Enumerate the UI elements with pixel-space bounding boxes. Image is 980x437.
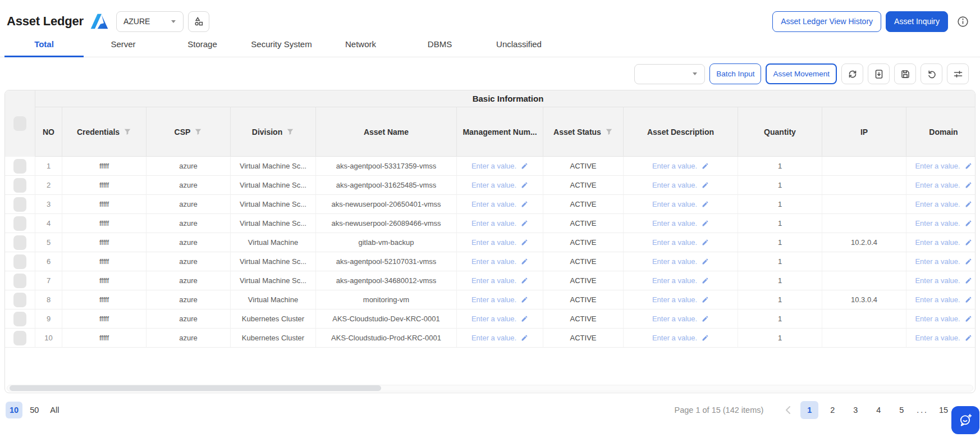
edit-pencil-icon[interactable] — [965, 220, 972, 227]
column-header-credentials[interactable]: Credentials — [62, 107, 146, 157]
edit-pencil-icon[interactable] — [702, 239, 709, 246]
edit-pencil-icon[interactable] — [965, 296, 972, 303]
filter-icon[interactable] — [123, 128, 131, 136]
row-checkbox[interactable] — [13, 293, 26, 307]
management_number-edit-link[interactable]: Enter a value. — [471, 181, 528, 189]
column-header-asset_status[interactable]: Asset Status — [543, 107, 624, 157]
row-checkbox[interactable] — [13, 235, 26, 250]
refresh-button[interactable] — [841, 63, 863, 84]
row-checkbox[interactable] — [13, 197, 26, 212]
toolbar-select[interactable] — [634, 64, 705, 84]
domain-edit-link[interactable]: Enter a value. — [915, 315, 972, 323]
column-header-division[interactable]: Division — [231, 107, 316, 157]
column-header-management_number[interactable]: Management Num... — [457, 107, 543, 157]
info-button[interactable] — [957, 16, 969, 28]
edit-pencil-icon[interactable] — [521, 296, 528, 303]
row-checkbox[interactable] — [13, 274, 26, 288]
edit-pencil-icon[interactable] — [965, 277, 972, 284]
page-size-all[interactable]: All — [46, 402, 63, 418]
tab-server[interactable]: Server — [84, 38, 163, 57]
tab-storage[interactable]: Storage — [163, 38, 242, 57]
page-size-50[interactable]: 50 — [26, 402, 43, 418]
management_number-edit-link[interactable]: Enter a value. — [471, 295, 528, 304]
asset_description-edit-link[interactable]: Enter a value. — [652, 238, 709, 247]
tab-total[interactable]: Total — [4, 38, 84, 57]
edit-pencil-icon[interactable] — [965, 315, 972, 322]
asset_description-edit-link[interactable]: Enter a value. — [652, 276, 709, 285]
asset_description-edit-link[interactable]: Enter a value. — [652, 200, 709, 208]
asset-ledger-view-history-button[interactable]: Asset Ledger View History — [772, 11, 881, 32]
domain-edit-link[interactable]: Enter a value. — [915, 334, 972, 342]
edit-pencil-icon[interactable] — [702, 334, 709, 342]
edit-pencil-icon[interactable] — [521, 162, 528, 170]
asset_description-edit-link[interactable]: Enter a value. — [652, 181, 709, 189]
management_number-edit-link[interactable]: Enter a value. — [471, 257, 528, 266]
page-button-3[interactable]: 3 — [846, 401, 864, 419]
edit-pencil-icon[interactable] — [702, 220, 709, 227]
edit-pencil-icon[interactable] — [702, 258, 709, 265]
row-checkbox[interactable] — [13, 216, 26, 231]
management_number-edit-link[interactable]: Enter a value. — [471, 334, 528, 342]
management_number-edit-link[interactable]: Enter a value. — [471, 315, 528, 323]
edit-pencil-icon[interactable] — [521, 334, 528, 342]
page-button-4[interactable]: 4 — [869, 401, 887, 419]
management_number-edit-link[interactable]: Enter a value. — [471, 162, 528, 170]
tab-network[interactable]: Network — [321, 38, 400, 57]
management_number-edit-link[interactable]: Enter a value. — [471, 200, 528, 208]
edit-pencil-icon[interactable] — [965, 334, 972, 342]
export-button[interactable] — [868, 63, 890, 84]
management_number-edit-link[interactable]: Enter a value. — [471, 276, 528, 285]
asset_description-edit-link[interactable]: Enter a value. — [652, 315, 709, 323]
column-header-asset_name[interactable]: Asset Name — [316, 107, 457, 157]
edit-pencil-icon[interactable] — [965, 239, 972, 246]
column-header-asset_description[interactable]: Asset Description — [624, 107, 738, 157]
edit-pencil-icon[interactable] — [521, 239, 528, 246]
edit-pencil-icon[interactable] — [521, 277, 528, 284]
horizontal-scrollbar-thumb[interactable] — [10, 385, 381, 391]
ai-assistant-button[interactable] — [951, 406, 979, 434]
row-checkbox[interactable] — [13, 178, 26, 193]
edit-pencil-icon[interactable] — [965, 258, 972, 265]
tab-security-system[interactable]: Security System — [242, 38, 321, 57]
page-size-10[interactable]: 10 — [6, 402, 22, 418]
domain-edit-link[interactable]: Enter a value. — [915, 295, 972, 304]
asset-movement-button[interactable]: Asset Movement — [766, 63, 837, 84]
domain-edit-link[interactable]: Enter a value. — [915, 219, 972, 227]
row-checkbox[interactable] — [13, 159, 26, 174]
page-button-5[interactable]: 5 — [892, 401, 910, 419]
filter-icon[interactable] — [286, 128, 294, 136]
batch-input-button[interactable]: Batch Input — [709, 63, 761, 84]
edit-pencil-icon[interactable] — [521, 220, 528, 227]
asset_description-edit-link[interactable]: Enter a value. — [652, 219, 709, 227]
asset_description-edit-link[interactable]: Enter a value. — [652, 334, 709, 342]
edit-pencil-icon[interactable] — [965, 162, 972, 170]
edit-pencil-icon[interactable] — [521, 258, 528, 265]
asset_description-edit-link[interactable]: Enter a value. — [652, 295, 709, 304]
row-checkbox[interactable] — [13, 312, 26, 326]
asset_description-edit-link[interactable]: Enter a value. — [652, 257, 709, 266]
select-all-checkbox[interactable] — [13, 116, 26, 131]
edit-pencil-icon[interactable] — [521, 201, 528, 208]
column-settings-button[interactable] — [947, 63, 969, 84]
column-header-csp[interactable]: CSP — [146, 107, 231, 157]
domain-edit-link[interactable]: Enter a value. — [915, 276, 972, 285]
asset_description-edit-link[interactable]: Enter a value. — [652, 162, 709, 170]
domain-edit-link[interactable]: Enter a value. — [915, 257, 972, 266]
edit-pencil-icon[interactable] — [702, 162, 709, 170]
page-button-1[interactable]: 1 — [800, 401, 818, 419]
asset-inquiry-button[interactable]: Asset Inquiry — [886, 11, 948, 32]
page-button-15[interactable]: 15 — [935, 401, 952, 419]
filter-icon[interactable] — [605, 128, 613, 136]
page-button-2[interactable]: 2 — [823, 401, 841, 419]
domain-edit-link[interactable]: Enter a value. — [915, 162, 972, 170]
shapes-hierarchy-button[interactable] — [188, 11, 209, 32]
edit-pencil-icon[interactable] — [702, 315, 709, 322]
domain-edit-link[interactable]: Enter a value. — [915, 238, 972, 247]
edit-pencil-icon[interactable] — [521, 315, 528, 322]
filter-icon[interactable] — [194, 128, 202, 136]
domain-edit-link[interactable]: Enter a value. — [915, 200, 972, 208]
column-header-ip[interactable]: IP — [822, 107, 906, 157]
edit-pencil-icon[interactable] — [521, 181, 528, 189]
save-button[interactable] — [894, 63, 916, 84]
column-header-domain[interactable]: Domain — [906, 107, 976, 157]
